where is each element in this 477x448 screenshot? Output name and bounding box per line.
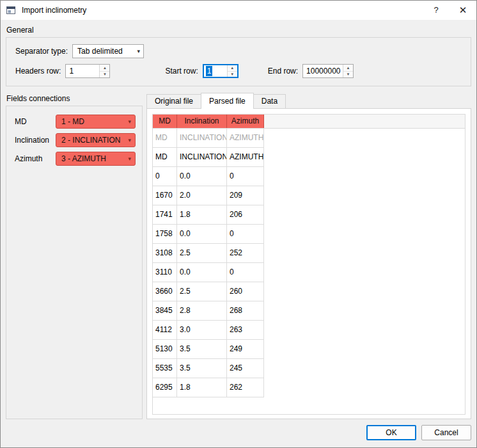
table-cell[interactable]: 0.0 (177, 263, 227, 282)
table-row[interactable]: MDINCLINATIONAZIMUTH (153, 129, 264, 148)
inclination-combobox[interactable]: 2 - INCLINATION ▾ (56, 133, 136, 147)
table-cell[interactable]: 3660 (153, 282, 177, 301)
table-cell[interactable]: 3845 (153, 301, 177, 320)
chevron-down-icon: ▾ (137, 48, 144, 54)
start-row-spinbox[interactable]: 1 ▲ ▼ (203, 64, 238, 78)
table-cell[interactable]: 0.0 (177, 167, 227, 186)
md-combobox[interactable]: 1 - MD ▾ (56, 115, 136, 129)
table-cell[interactable]: INCLINATION (177, 148, 227, 166)
separator-type-combobox[interactable]: Tab delimited ▾ (72, 44, 144, 58)
app-icon (6, 6, 17, 15)
table-cell[interactable]: 3110 (153, 263, 177, 282)
table-row[interactable]: 17411.8206 (153, 205, 264, 225)
table-cell[interactable]: 0 (227, 263, 264, 282)
table-cell[interactable]: MD (153, 148, 177, 166)
table-cell[interactable]: 5535 (153, 359, 177, 378)
help-button[interactable]: ? (423, 1, 450, 20)
table-cell[interactable]: 0 (227, 225, 264, 243)
table-cell[interactable]: 3108 (153, 244, 177, 262)
azimuth-combobox[interactable]: 3 - AZIMUTH ▾ (56, 152, 136, 166)
spin-down-icon[interactable]: ▼ (100, 72, 109, 78)
table-cell[interactable]: 1670 (153, 186, 177, 205)
table-row[interactable]: MDINCLINATIONAZIMUTH (153, 148, 264, 167)
file-preview-section: Original file Parsed file Data MD Inclin… (146, 93, 471, 419)
table-row[interactable]: 31082.5252 (153, 244, 264, 263)
import-inclinometry-dialog: Import inclinometry ? ✕ General Separato… (0, 0, 477, 448)
table-row[interactable]: 38452.8268 (153, 301, 264, 321)
table-row[interactable]: 51303.5249 (153, 340, 264, 359)
table-cell[interactable]: 1741 (153, 205, 177, 224)
table-cell[interactable]: 2.5 (177, 244, 227, 262)
md-field-row: MD 1 - MD ▾ (15, 115, 136, 129)
table-cell[interactable]: AZIMUTH (227, 148, 264, 166)
spin-up-icon[interactable]: ▲ (343, 65, 353, 72)
table-cell[interactable]: 268 (227, 301, 264, 320)
spin-up-icon[interactable]: ▲ (100, 65, 109, 72)
table-cell[interactable]: 5130 (153, 340, 177, 358)
tab-original-file[interactable]: Original file (146, 94, 201, 108)
table-cell[interactable]: 0 (227, 167, 264, 186)
inclination-combobox-value: 2 - INCLINATION (61, 136, 120, 145)
column-header-inclination[interactable]: Inclination (177, 115, 227, 128)
headers-row-value: 1 (66, 65, 99, 77)
column-header-md[interactable]: MD (153, 115, 177, 128)
ok-button[interactable]: OK (366, 425, 416, 440)
table-header-row: MD Inclination Azimuth (153, 115, 465, 129)
table-cell[interactable]: 262 (227, 378, 264, 397)
table-cell[interactable]: 260 (227, 282, 264, 301)
table-cell[interactable]: INCLINATION (177, 129, 227, 147)
tab-parsed-file[interactable]: Parsed file (201, 93, 254, 109)
spin-buttons: ▲ ▼ (343, 65, 353, 77)
fields-connections-groupbox: MD 1 - MD ▾ Inclination 2 - INCLINATION … (6, 106, 143, 419)
end-row-spinbox[interactable]: 10000000 ▲ ▼ (302, 64, 354, 78)
dialog-content: General Separator type: Tab delimited ▾ … (1, 20, 476, 447)
general-group-label: General (6, 26, 471, 35)
table-cell[interactable]: 1.8 (177, 378, 227, 397)
table-cell[interactable]: 245 (227, 359, 264, 378)
rows-settings-row: Headers row: 1 ▲ ▼ Start row: 1 ▲ ▼ (15, 64, 463, 78)
column-header-azimuth[interactable]: Azimuth (227, 115, 264, 128)
table-cell[interactable]: 209 (227, 186, 264, 205)
table-cell[interactable]: 263 (227, 321, 264, 339)
table-cell[interactable]: 1.8 (177, 205, 227, 224)
table-cell[interactable]: 3.0 (177, 321, 227, 339)
table-cell[interactable]: MD (153, 129, 177, 147)
table-cell[interactable]: 0.0 (177, 225, 227, 243)
table-cell[interactable]: 249 (227, 340, 264, 358)
table-row[interactable]: 00.00 (153, 167, 264, 186)
table-cell[interactable]: 1758 (153, 225, 177, 243)
tab-data[interactable]: Data (253, 94, 286, 108)
headers-row-label: Headers row: (15, 67, 61, 76)
table-cell[interactable]: 0 (153, 167, 177, 186)
spin-down-icon[interactable]: ▼ (228, 72, 237, 77)
separator-row: Separator type: Tab delimited ▾ (15, 44, 463, 58)
table-cell[interactable]: AZIMUTH (227, 129, 264, 147)
titlebar: Import inclinometry ? ✕ (1, 1, 476, 20)
table-cell[interactable]: 206 (227, 205, 264, 224)
table-cell[interactable]: 3.5 (177, 340, 227, 358)
table-cell[interactable]: 4112 (153, 321, 177, 339)
tabbar: Original file Parsed file Data (146, 93, 471, 108)
headers-row-spinbox[interactable]: 1 ▲ ▼ (65, 64, 110, 78)
table-cell[interactable]: 2.5 (177, 282, 227, 301)
table-cell[interactable]: 2.8 (177, 301, 227, 320)
table-row[interactable]: 16702.0209 (153, 186, 264, 205)
table-row[interactable]: 55353.5245 (153, 359, 264, 378)
table-row[interactable]: 41123.0263 (153, 321, 264, 340)
close-button[interactable]: ✕ (450, 1, 476, 20)
separator-type-label: Separator type: (15, 47, 68, 56)
spin-up-icon[interactable]: ▲ (228, 65, 237, 72)
table-cell[interactable]: 2.0 (177, 186, 227, 205)
table-row[interactable]: 31100.00 (153, 263, 264, 282)
spin-down-icon[interactable]: ▼ (343, 72, 353, 78)
table-cell[interactable]: 252 (227, 244, 264, 262)
cancel-button[interactable]: Cancel (421, 425, 471, 440)
table-row[interactable]: 17580.00 (153, 225, 264, 244)
table-row[interactable]: 36602.5260 (153, 282, 264, 301)
fields-connections-section: Fields connections MD 1 - MD ▾ Inclinati… (6, 93, 143, 419)
table-cell[interactable]: 6295 (153, 378, 177, 397)
md-label: MD (15, 117, 56, 126)
table-cell[interactable]: 3.5 (177, 359, 227, 378)
table-row[interactable]: 62951.8262 (153, 378, 264, 397)
azimuth-label: Azimuth (15, 154, 56, 163)
